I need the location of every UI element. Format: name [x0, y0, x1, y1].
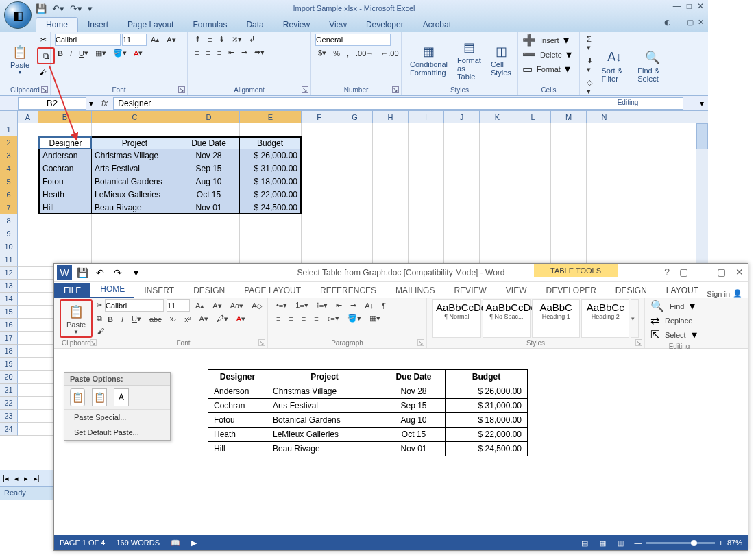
cell-E8[interactable]	[240, 214, 302, 227]
font-family-select[interactable]	[55, 34, 121, 46]
mdi-close-button[interactable]: ✕	[698, 18, 704, 27]
column-header-F[interactable]: F	[302, 111, 337, 123]
align-right-button[interactable]: ≡	[215, 47, 224, 58]
cell-F4[interactable]	[302, 162, 337, 175]
cell-B10[interactable]	[38, 240, 92, 253]
cell-G7[interactable]	[337, 201, 373, 214]
cell-A1[interactable]	[18, 123, 38, 136]
autosum-button[interactable]: Σ ▾	[584, 34, 596, 53]
tab-insert[interactable]: INSERT	[134, 283, 184, 298]
cell-K5[interactable]	[480, 175, 515, 188]
cell-A2[interactable]	[18, 136, 38, 149]
style-heading-1[interactable]: AaBbCHeading 1	[532, 299, 580, 338]
decrease-indent-button[interactable]: ⇤	[225, 47, 237, 58]
print-layout-icon[interactable]: ▦	[599, 539, 606, 547]
percent-button[interactable]: %	[330, 48, 343, 59]
styles-more-button[interactable]: ▾	[631, 299, 639, 338]
cell-C4[interactable]: Arts Festival	[92, 162, 178, 175]
fx-icon[interactable]: fx	[96, 99, 113, 108]
grow-font-button[interactable]: A▴	[193, 300, 207, 312]
cell-B9[interactable]	[38, 227, 92, 240]
save-icon[interactable]: 💾	[75, 265, 90, 280]
zoom-out-button[interactable]: —	[635, 539, 642, 547]
cell-F8[interactable]	[302, 214, 337, 227]
column-header-N[interactable]: N	[587, 111, 622, 123]
decrease-decimal-button[interactable]: ←.00	[378, 48, 401, 59]
cell-E4[interactable]: $ 31,000.00	[240, 162, 302, 175]
cell-I2[interactable]	[409, 136, 444, 149]
column-header-B[interactable]: B	[38, 111, 92, 123]
font-color-button[interactable]: A▾	[234, 313, 248, 325]
cell-N10[interactable]	[587, 240, 622, 253]
align-middle-button[interactable]: ≡	[205, 34, 215, 45]
close-button[interactable]: ✕	[697, 1, 704, 11]
row-header-20[interactable]: 20	[0, 371, 18, 384]
column-header-E[interactable]: E	[240, 111, 302, 123]
underline-button[interactable]: U▾	[129, 313, 144, 325]
cell-A22[interactable]	[18, 397, 38, 410]
row-header-15[interactable]: 15	[0, 306, 18, 319]
cell-M9[interactable]	[551, 227, 587, 240]
cell-G10[interactable]	[337, 240, 373, 253]
change-case-button[interactable]: Aa▾	[228, 300, 246, 312]
table-row[interactable]: AndersonChristmas VillageNov 28$ 26,000.…	[208, 384, 528, 399]
cell-J4[interactable]	[444, 162, 480, 175]
cell-D9[interactable]	[178, 227, 240, 240]
numbering-button[interactable]: 1≡▾	[293, 299, 311, 311]
cell-H8[interactable]	[373, 214, 409, 227]
cell-M1[interactable]	[551, 123, 587, 136]
cell-A4[interactable]	[18, 162, 38, 175]
row-header-19[interactable]: 19	[0, 358, 18, 371]
cell-M7[interactable]	[551, 201, 587, 214]
strikethrough-button[interactable]: abc	[147, 314, 164, 325]
replace-button[interactable]: Replace	[662, 315, 695, 326]
cell-K1[interactable]	[480, 123, 515, 136]
cell-H6[interactable]	[373, 188, 409, 201]
web-layout-icon[interactable]: ▥	[617, 539, 624, 547]
cell-F2[interactable]	[302, 136, 337, 149]
cell-A15[interactable]	[18, 306, 38, 319]
sheet-nav-last[interactable]: ▸|	[31, 474, 42, 483]
cell-A23[interactable]	[18, 410, 38, 423]
cell-L10[interactable]	[515, 240, 551, 253]
alignment-launcher[interactable]: ↘	[302, 86, 308, 93]
font-size-select[interactable]	[122, 34, 147, 46]
cell-D8[interactable]	[178, 214, 240, 227]
column-header-K[interactable]: K	[480, 111, 515, 123]
word-table[interactable]: DesignerProjectDue DateBudgetAndersonChr…	[208, 369, 528, 456]
comma-button[interactable]: ,	[344, 48, 352, 59]
cell-I1[interactable]	[409, 123, 444, 136]
zoom-level[interactable]: 87%	[727, 539, 742, 547]
close-button[interactable]: ✕	[735, 267, 744, 277]
cell-A10[interactable]	[18, 240, 38, 253]
cell-J2[interactable]	[444, 136, 480, 149]
cell-C7[interactable]: Beau Rivage	[92, 201, 178, 214]
column-header-L[interactable]: L	[515, 111, 551, 123]
cell-L4[interactable]	[515, 162, 551, 175]
cell-A19[interactable]	[18, 358, 38, 371]
table-cell[interactable]: $ 22,000.00	[446, 428, 528, 442]
cell-H3[interactable]	[373, 149, 409, 162]
cell-M3[interactable]	[551, 149, 587, 162]
cell-C5[interactable]: Botanical Gardens	[92, 175, 178, 188]
cell-B6[interactable]: Heath	[38, 188, 92, 201]
cell-C8[interactable]	[92, 214, 178, 227]
insert-cells-button[interactable]: Insert	[537, 35, 562, 46]
cell-F9[interactable]	[302, 227, 337, 240]
row-header-2[interactable]: 2	[0, 136, 18, 149]
cell-J6[interactable]	[444, 188, 480, 201]
shading-button[interactable]: 🪣▾	[345, 312, 364, 324]
cell-G3[interactable]	[337, 149, 373, 162]
increase-indent-button[interactable]: ⇥	[347, 299, 359, 311]
cell-L3[interactable]	[515, 149, 551, 162]
cell-K6[interactable]	[480, 188, 515, 201]
cell-N7[interactable]	[587, 201, 622, 214]
column-header-I[interactable]: I	[409, 111, 444, 123]
merge-formatting-icon[interactable]: 📋	[92, 388, 107, 406]
fill-color-button[interactable]: 🪣▾	[110, 47, 130, 59]
column-header-A[interactable]: A	[18, 111, 38, 123]
row-header-3[interactable]: 3	[0, 149, 18, 162]
accounting-format-button[interactable]: $▾	[315, 47, 329, 59]
table-row[interactable]: HillBeau RivageNov 01$ 24,500.00	[208, 442, 528, 456]
cell-G8[interactable]	[337, 214, 373, 227]
